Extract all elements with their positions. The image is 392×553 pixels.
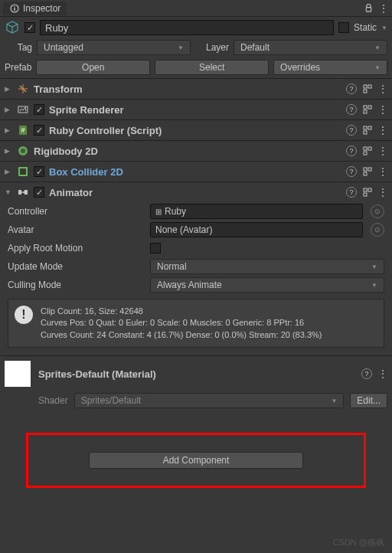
- warning-icon: !: [15, 306, 33, 324]
- controller-field[interactable]: ⊞Ruby: [150, 204, 363, 219]
- svg-rect-5: [368, 85, 371, 88]
- static-checkbox[interactable]: [338, 22, 349, 33]
- svg-text:#: #: [21, 126, 24, 134]
- culling-mode-label: Culling Mode: [8, 280, 145, 290]
- shader-dropdown[interactable]: Sprites/Default▼: [74, 393, 345, 408]
- svg-rect-4: [364, 85, 367, 88]
- svg-point-1: [14, 5, 15, 7]
- static-label: Static: [354, 22, 377, 33]
- help-icon[interactable]: ?: [346, 83, 357, 94]
- highlight-annotation: Add Component: [26, 433, 366, 488]
- object-picker-icon[interactable]: ⊙: [371, 223, 384, 237]
- layer-dropdown[interactable]: Default▼: [234, 40, 387, 55]
- prefab-label: Prefab: [5, 62, 31, 73]
- help-icon[interactable]: ?: [361, 368, 372, 379]
- sprite-renderer-icon: [17, 103, 29, 116]
- component-title: Ruby Controller (Script): [49, 125, 341, 136]
- prefab-overrides-dropdown[interactable]: Overrides▼: [273, 60, 387, 75]
- material-title: Sprites-Default (Material): [38, 368, 354, 380]
- svg-rect-10: [364, 110, 367, 113]
- panel-title: Inspector: [23, 3, 60, 14]
- svg-rect-24: [18, 190, 21, 195]
- help-icon[interactable]: ?: [346, 125, 357, 136]
- add-component-button[interactable]: Add Component: [89, 452, 303, 469]
- update-mode-label: Update Mode: [8, 261, 145, 272]
- component-enabled-checkbox[interactable]: [34, 104, 44, 115]
- animator-icon: [17, 186, 29, 198]
- object-name-input[interactable]: [40, 20, 334, 35]
- prefab-select-button[interactable]: Select: [155, 60, 269, 75]
- svg-rect-13: [364, 126, 367, 129]
- apply-root-motion-label: Apply Root Motion: [8, 243, 145, 254]
- fold-icon[interactable]: ▼: [5, 188, 12, 196]
- svg-rect-3: [366, 8, 371, 11]
- svg-rect-2: [14, 8, 15, 11]
- component-title: Transform: [34, 83, 341, 95]
- avatar-field[interactable]: None (Avatar): [150, 222, 363, 237]
- animator-info-box: ! Clip Count: 16, Size: 42648 Curves Pos…: [8, 299, 384, 348]
- fold-icon[interactable]: ▶: [5, 106, 12, 113]
- edit-button[interactable]: Edit...: [350, 393, 387, 408]
- rigidbody-icon: [17, 145, 29, 157]
- preset-icon[interactable]: [363, 188, 372, 197]
- object-picker-icon[interactable]: ⊙: [371, 205, 384, 218]
- tag-label: Tag: [5, 42, 32, 53]
- lock-icon[interactable]: [363, 3, 374, 14]
- component-enabled-checkbox[interactable]: [34, 125, 44, 136]
- help-icon[interactable]: ?: [346, 187, 357, 198]
- script-icon: #: [17, 124, 29, 136]
- svg-rect-27: [364, 188, 367, 191]
- menu-icon[interactable]: ⋮: [378, 125, 387, 136]
- svg-rect-21: [364, 168, 367, 171]
- update-mode-dropdown[interactable]: Normal▼: [150, 259, 384, 274]
- fold-icon[interactable]: ▶: [5, 126, 12, 134]
- preset-icon[interactable]: [363, 105, 372, 114]
- preset-icon[interactable]: [363, 167, 372, 176]
- menu-icon[interactable]: ⋮: [378, 3, 389, 14]
- menu-icon[interactable]: ⋮: [378, 146, 387, 156]
- layer-label: Layer: [195, 42, 229, 53]
- shader-label: Shader: [38, 395, 68, 406]
- component-enabled-checkbox[interactable]: [34, 166, 44, 177]
- svg-rect-15: [364, 131, 367, 134]
- boxcollider-icon: [17, 165, 29, 178]
- component-title: Box Collider 2D: [49, 166, 341, 178]
- menu-icon[interactable]: ⋮: [378, 166, 387, 177]
- fold-icon[interactable]: ▶: [5, 168, 12, 175]
- preset-icon[interactable]: [363, 84, 372, 93]
- culling-mode-dropdown[interactable]: Always Animate▼: [150, 277, 384, 293]
- gameobject-icon[interactable]: [5, 20, 20, 35]
- svg-rect-19: [364, 152, 367, 155]
- help-icon[interactable]: ?: [346, 104, 357, 115]
- apply-root-motion-checkbox[interactable]: [150, 243, 161, 254]
- info-icon: [9, 3, 20, 14]
- preset-icon[interactable]: [363, 126, 372, 135]
- fold-icon[interactable]: ▶: [5, 147, 12, 155]
- material-preview: [5, 361, 31, 387]
- menu-icon[interactable]: ⋮: [378, 83, 387, 94]
- component-title: Animator: [49, 187, 341, 198]
- enabled-checkbox[interactable]: [24, 22, 35, 33]
- preset-icon[interactable]: [363, 146, 372, 155]
- component-title: Sprite Renderer: [49, 104, 341, 116]
- fold-icon[interactable]: ▶: [5, 85, 12, 93]
- svg-rect-7: [18, 106, 28, 113]
- animator-info-text: Clip Count: 16, Size: 42648 Curves Pos: …: [41, 306, 322, 341]
- svg-rect-22: [368, 168, 371, 171]
- menu-icon[interactable]: ⋮: [378, 104, 387, 115]
- tag-dropdown[interactable]: Untagged▼: [37, 40, 191, 55]
- component-title: Rigidbody 2D: [34, 146, 341, 157]
- menu-icon[interactable]: ⋮: [378, 368, 387, 379]
- svg-rect-8: [364, 106, 367, 109]
- svg-rect-29: [364, 193, 367, 196]
- prefab-open-button[interactable]: Open: [36, 60, 150, 75]
- svg-rect-20: [19, 168, 27, 175]
- menu-icon[interactable]: ⋮: [378, 187, 387, 198]
- static-dropdown-icon[interactable]: ▼: [381, 25, 387, 31]
- component-enabled-checkbox[interactable]: [34, 187, 44, 198]
- svg-rect-14: [368, 126, 371, 129]
- help-icon[interactable]: ?: [346, 166, 357, 177]
- svg-rect-28: [368, 188, 371, 191]
- help-icon[interactable]: ?: [346, 146, 357, 156]
- avatar-label: Avatar: [8, 224, 145, 235]
